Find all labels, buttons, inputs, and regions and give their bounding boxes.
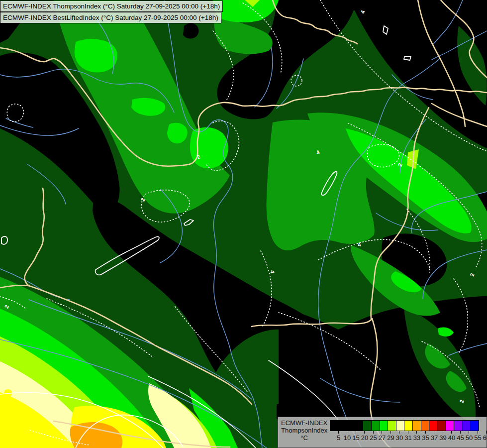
legend-tick: 31 xyxy=(399,431,408,443)
legend-product-label: ECMWF-INDEX xyxy=(281,419,327,427)
legend-text-block: ECMWF-INDEX ThompsonIndex °C xyxy=(281,419,327,442)
legend-swatch xyxy=(445,420,454,431)
legend-swatch xyxy=(380,420,388,431)
title-bar-thompson-index: ECMWF-INDEX ThompsonIndex (°C) Saturday … xyxy=(0,0,223,12)
legend-tick: 55 xyxy=(469,431,478,443)
legend-swatch xyxy=(462,420,471,431)
legend-swatch xyxy=(388,420,396,431)
legend-tick-labels: 51015202527293031333537394045505560 xyxy=(330,431,487,443)
legend-swatch xyxy=(355,420,363,431)
title-text-line1: ECMWF-INDEX ThompsonIndex (°C) Saturday … xyxy=(3,2,220,10)
legend-swatch xyxy=(363,420,371,431)
legend-swatch xyxy=(412,420,421,431)
legend-unit-label: °C xyxy=(281,434,327,442)
legend-tick: 50 xyxy=(461,431,470,443)
legend-swatch xyxy=(470,420,479,431)
legend-swatch xyxy=(371,420,380,431)
contour-value-label: 4 xyxy=(270,270,276,273)
title-bar-best-lifted-index: ECMWF-INDEX BestLiftedIndex (°C) Saturda… xyxy=(0,12,221,23)
legend-tick: 5 xyxy=(330,431,339,443)
legend-swatch xyxy=(421,420,429,431)
legend-tick: 35 xyxy=(417,431,426,443)
legend-tick: 29 xyxy=(382,431,391,443)
legend-tick: 30 xyxy=(391,431,400,443)
legend-color-bar xyxy=(330,420,479,431)
legend-tick: 39 xyxy=(434,431,443,443)
legend-swatch xyxy=(429,420,437,431)
legend-swatch xyxy=(396,420,404,431)
title-text-line2: ECMWF-INDEX BestLiftedIndex (°C) Saturda… xyxy=(3,14,218,21)
legend-swatch xyxy=(346,420,355,431)
legend-swatch xyxy=(338,420,347,431)
legend-tick: 40 xyxy=(443,431,452,443)
weather-map-screen: 2222224444 ECMWF-INDEX ThompsonIndex (°C… xyxy=(0,0,487,448)
legend-tick: 25 xyxy=(365,431,374,443)
legend-swatch xyxy=(404,420,412,431)
legend-tick: 45 xyxy=(452,431,461,443)
legend-swatch xyxy=(437,420,446,431)
legend-swatch xyxy=(454,420,462,431)
color-scale-legend: ECMWF-INDEX ThompsonIndex °C 51015202527… xyxy=(278,417,487,448)
legend-tick: 27 xyxy=(374,431,383,443)
legend-tick: 20 xyxy=(356,431,365,443)
legend-tick: 10 xyxy=(339,431,348,443)
legend-tick: 33 xyxy=(408,431,417,443)
weather-map xyxy=(0,0,487,448)
legend-tick: 15 xyxy=(347,431,356,443)
legend-tick: 37 xyxy=(426,431,435,443)
legend-tick: 60 xyxy=(478,431,487,443)
legend-swatch xyxy=(330,420,338,431)
legend-parameter-label: ThompsonIndex xyxy=(281,427,327,434)
